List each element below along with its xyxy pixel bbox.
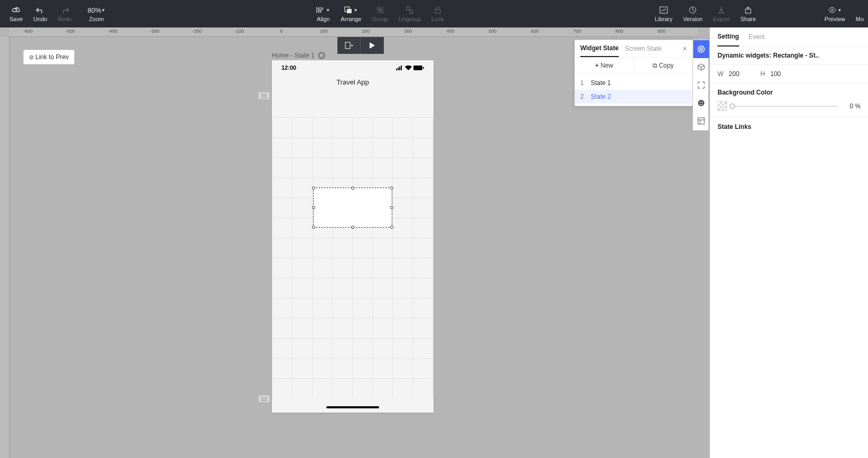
- breadcrumb-text[interactable]: Home - State 1: [272, 52, 315, 59]
- selected-rectangle[interactable]: [313, 188, 392, 228]
- zoom-control[interactable]: 80% ▼ Zoom: [82, 3, 111, 24]
- redo-button[interactable]: Redo: [52, 3, 77, 24]
- svg-rect-17: [413, 66, 422, 70]
- zoom-value: 80%: [88, 6, 101, 14]
- resize-handle[interactable]: [312, 226, 315, 229]
- share-label: Share: [740, 16, 756, 22]
- undo-label: Undo: [33, 16, 47, 22]
- align-label: Align: [317, 16, 329, 22]
- svg-rect-18: [423, 67, 424, 69]
- dynamic-widgets-label: Dynamic widgets: Rectangle - St..: [718, 52, 861, 59]
- close-icon[interactable]: ×: [683, 44, 687, 57]
- preview-button[interactable]: ▼ Preview: [819, 3, 851, 24]
- smiley-icon[interactable]: [693, 94, 709, 112]
- height-input[interactable]: [770, 70, 797, 78]
- redo-label: Redo: [58, 16, 71, 22]
- tab-screen-state[interactable]: Screen State: [625, 45, 662, 57]
- arrange-icon: ▼: [344, 5, 358, 15]
- gear-icon[interactable]: ✲: [318, 52, 325, 59]
- version-button[interactable]: Version: [678, 3, 708, 24]
- exit-button[interactable]: [337, 37, 361, 54]
- undo-icon: [36, 5, 44, 15]
- phone-grid: [272, 117, 433, 397]
- more-button[interactable]: Mo: [851, 3, 864, 24]
- resize-handle[interactable]: [312, 206, 315, 209]
- share-button[interactable]: Share: [735, 3, 761, 24]
- resize-handle[interactable]: [312, 186, 315, 190]
- svg-rect-5: [407, 7, 410, 10]
- svg-rect-1: [347, 9, 352, 13]
- library-label: Library: [655, 16, 673, 22]
- state-name: State 1: [591, 79, 611, 87]
- export-icon: [718, 5, 725, 15]
- phone-frame: 12:00 Travel App: [272, 60, 433, 413]
- resize-handle[interactable]: [390, 206, 393, 209]
- resize-handle[interactable]: [351, 186, 354, 190]
- ungroup-icon: [406, 5, 413, 15]
- state-number: 1: [580, 79, 591, 87]
- state-row[interactable]: 1 State 1: [575, 76, 692, 90]
- phone-statusbar: 12:00: [272, 60, 433, 75]
- group-icon: [376, 5, 384, 15]
- breadcrumb: Home - State 1 ✲: [272, 52, 325, 59]
- tab-widget-state[interactable]: Widget State: [580, 44, 619, 57]
- share-icon: [744, 5, 752, 15]
- undo-button[interactable]: Undo: [28, 3, 52, 24]
- wifi-icon: [405, 66, 412, 70]
- svg-point-22: [700, 102, 701, 103]
- height-label: H: [760, 70, 765, 78]
- align-button[interactable]: ▼ Align: [311, 3, 335, 24]
- target-icon[interactable]: [693, 40, 709, 58]
- bg-color-label: Background Color: [718, 89, 861, 96]
- floating-actions: [337, 37, 384, 54]
- save-button[interactable]: Save: [4, 3, 28, 24]
- width-label: W: [718, 70, 723, 78]
- arrange-button[interactable]: ▼ Arrange: [335, 3, 366, 24]
- group-button[interactable]: Group: [366, 3, 393, 24]
- widget-state-panel: Widget State Screen State × + New ⧉ Copy…: [574, 40, 693, 106]
- library-icon: [659, 5, 668, 15]
- link-icon: ⊘: [29, 54, 34, 61]
- link-handle-bottom[interactable]: [258, 395, 270, 403]
- play-button[interactable]: [361, 37, 384, 54]
- svg-rect-16: [401, 66, 402, 70]
- color-swatch[interactable]: [718, 101, 727, 111]
- cloud-upload-icon: [12, 5, 21, 15]
- link-prev-label: Link to Prev: [35, 53, 69, 61]
- width-input[interactable]: [729, 70, 755, 78]
- svg-rect-14: [398, 68, 399, 70]
- resize-handle[interactable]: [390, 226, 393, 229]
- tab-event[interactable]: Event: [749, 28, 765, 46]
- state-row[interactable]: 2 State 2: [575, 90, 692, 104]
- copy-state-button[interactable]: ⧉ Copy: [634, 58, 693, 73]
- new-state-button[interactable]: + New: [575, 58, 634, 73]
- link-to-prev-button[interactable]: ⊘ Link to Prev: [23, 50, 74, 64]
- cube-icon[interactable]: [693, 58, 709, 76]
- signal-icon: [396, 66, 403, 70]
- tab-setting[interactable]: Setting: [718, 27, 739, 46]
- top-toolbar: Save Undo Redo 80% ▼ Zoom ▼ Align ▼ Arra…: [0, 0, 868, 27]
- state-name: State 2: [591, 93, 611, 100]
- copy-icon: ⧉: [653, 62, 657, 69]
- opacity-slider[interactable]: [732, 106, 837, 107]
- side-rail: [693, 40, 709, 130]
- redo-icon: [61, 5, 69, 15]
- ungroup-button[interactable]: Ungroup: [393, 3, 426, 24]
- lock-button[interactable]: Lock: [426, 3, 449, 24]
- state-links-label: State Links: [710, 117, 868, 137]
- resize-handle[interactable]: [351, 226, 354, 229]
- export-button[interactable]: Export: [707, 3, 735, 24]
- layout-icon[interactable]: [693, 112, 709, 130]
- link-handle-top[interactable]: [258, 92, 270, 99]
- align-icon: ▼: [316, 5, 330, 15]
- version-icon: [689, 5, 696, 15]
- save-label: Save: [10, 16, 23, 22]
- svg-rect-24: [698, 118, 704, 124]
- resize-handle[interactable]: [390, 186, 393, 190]
- library-button[interactable]: Library: [649, 3, 678, 24]
- battery-icon: [413, 66, 424, 70]
- phone-title: Travel App: [272, 75, 433, 92]
- expand-icon[interactable]: [693, 76, 709, 94]
- svg-point-23: [702, 102, 703, 103]
- opacity-value: 0 %: [843, 102, 861, 110]
